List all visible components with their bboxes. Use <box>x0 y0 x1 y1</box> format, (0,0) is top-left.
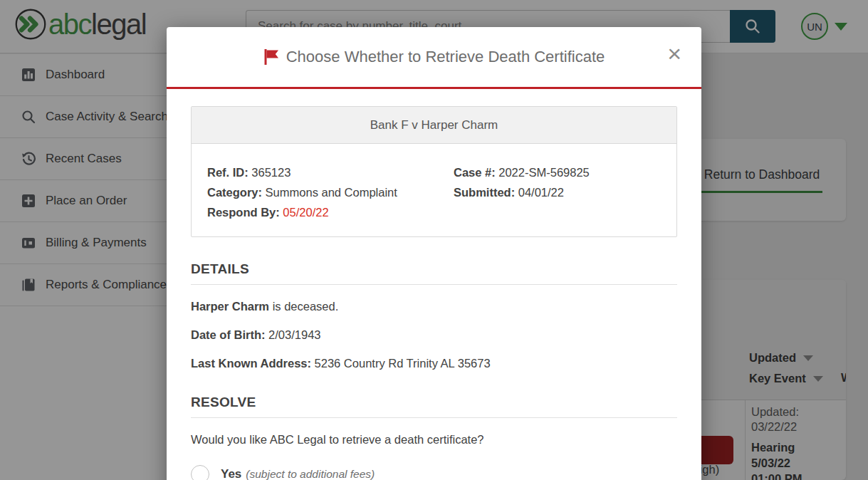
option-yes-row[interactable]: Yes(subject to additional fees) <box>191 465 677 480</box>
close-icon[interactable]: × <box>667 41 681 66</box>
case-number-value: 2022-SM-569825 <box>498 166 590 179</box>
submitted-label: Submitted: <box>454 186 518 199</box>
ref-id-label: Ref. ID: <box>207 166 251 179</box>
death-certificate-modal: Choose Whether to Retrieve Death Certifi… <box>167 27 701 480</box>
category-value: Summons and Complaint <box>266 186 397 199</box>
modal-body: Bank F v Harper Charm Ref. ID: 365123 Ca… <box>167 89 701 480</box>
address-value: 5236 Country Rd Trinity AL 35673 <box>315 357 491 370</box>
case-summary-box: Bank F v Harper Charm Ref. ID: 365123 Ca… <box>191 106 677 237</box>
resolve-divider <box>191 417 677 418</box>
deceased-suffix: is deceased. <box>269 300 338 313</box>
respond-by-label: Respond By: <box>207 206 283 219</box>
resolve-heading: RESOLVE <box>191 395 677 410</box>
modal-header: Choose Whether to Retrieve Death Certifi… <box>167 27 701 89</box>
case-number-label: Case #: <box>454 166 498 179</box>
dob-label: Date of Birth: <box>191 328 268 341</box>
category-field: Category: Summons and Complaint <box>207 182 454 202</box>
details-divider <box>191 284 677 285</box>
category-label: Category: <box>207 186 266 199</box>
ref-id-value: 365123 <box>251 166 291 179</box>
submitted-value: 04/01/22 <box>518 186 564 199</box>
yes-radio-label: Yes(subject to additional fees) <box>221 467 375 480</box>
dob-field: Date of Birth: 2/03/1943 <box>191 328 677 342</box>
case-number-field: Case #: 2022-SM-569825 <box>454 162 676 182</box>
address-field: Last Known Address: 5236 Country Rd Trin… <box>191 357 677 370</box>
yes-radio-button[interactable] <box>191 465 209 480</box>
dob-value: 2/03/1943 <box>268 328 320 341</box>
resolve-question: Would you like ABC Legal to retrieve a d… <box>191 433 677 447</box>
case-fields: Ref. ID: 365123 Category: Summons and Co… <box>192 144 676 236</box>
respond-by-value: 05/20/22 <box>283 206 328 219</box>
deceased-name: Harper Charm <box>191 300 269 313</box>
respond-by-field: Respond By: 05/20/22 <box>207 202 454 222</box>
details-heading: DETAILS <box>191 261 677 277</box>
submitted-field: Submitted: 04/01/22 <box>454 182 676 202</box>
red-flag-icon <box>263 48 279 66</box>
yes-note: (subject to additional fees) <box>246 468 375 480</box>
case-fields-left: Ref. ID: 365123 Category: Summons and Co… <box>207 162 454 222</box>
deceased-statement: Harper Charm is deceased. <box>191 300 677 313</box>
address-label: Last Known Address: <box>191 357 315 370</box>
ref-id-field: Ref. ID: 365123 <box>207 162 454 182</box>
yes-label: Yes <box>221 467 241 480</box>
modal-title: Choose Whether to Retrieve Death Certifi… <box>286 48 605 66</box>
case-fields-right: Case #: 2022-SM-569825 Submitted: 04/01/… <box>454 162 676 222</box>
case-title: Bank F v Harper Charm <box>192 107 676 144</box>
app-root: abclegal UN Dashboard <box>0 0 868 480</box>
